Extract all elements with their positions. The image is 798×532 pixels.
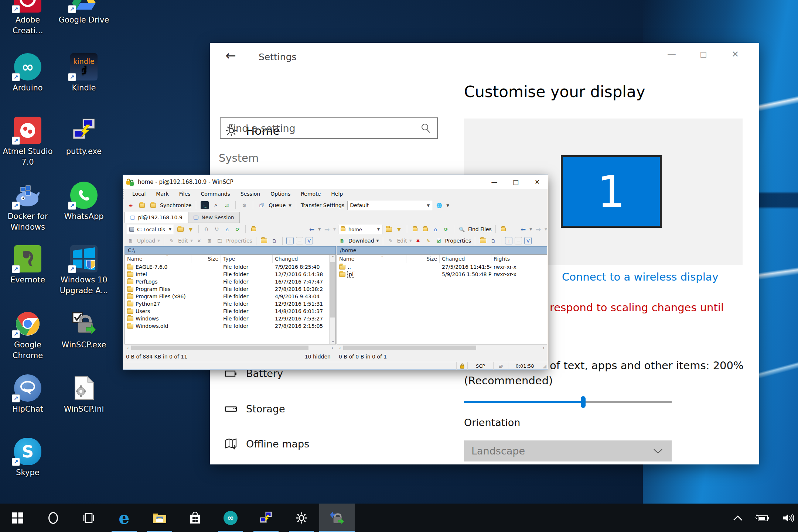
column-header-name[interactable]: Name⌄ <box>337 255 406 263</box>
back-navigation-icon[interactable]: ⬅ <box>308 225 316 233</box>
maximize-button[interactable]: □ <box>505 175 526 189</box>
new-file-icon[interactable]: 🗋 <box>489 237 497 245</box>
sidebar-item-storage[interactable]: Storage <box>225 403 285 415</box>
console-icon[interactable]: ›_ <box>201 201 209 209</box>
menu-files[interactable]: Files <box>179 191 191 197</box>
file-row[interactable]: Users File folder 14/8/2016 6:01:37 <box>125 308 335 315</box>
taskbar-edge[interactable]: e <box>106 504 142 532</box>
desktop-icon-arduino[interactable]: ∞ ↗ Arduino <box>0 53 56 93</box>
find-files-icon[interactable]: 🔍 <box>458 225 466 233</box>
desktop-icon-windows10-upgrade[interactable]: ↗ Windows 10 Upgrade A... <box>56 245 112 296</box>
tab-new-session[interactable]: 🖵 New Session <box>188 212 240 223</box>
parent-directory-icon[interactable]: ⮉ <box>202 225 211 233</box>
download-icon[interactable]: 🗎 <box>338 237 346 245</box>
slider-handle[interactable] <box>581 396 586 408</box>
scrollbar-thumb[interactable] <box>343 346 476 350</box>
file-row[interactable]: PerfLogs File folder 16/7/2016 7:47:47 <box>125 278 335 285</box>
properties-icon[interactable]: 🗹 <box>435 237 443 245</box>
edit-session-icon[interactable]: 🗲 <box>212 201 220 209</box>
scroll-left-arrow[interactable]: ‹ <box>337 346 343 350</box>
forward-navigation-icon[interactable]: ➡ <box>534 225 542 233</box>
taskbar-file-explorer[interactable] <box>142 504 177 532</box>
select-files-icon[interactable]: + <box>505 237 512 244</box>
sidebar-item-offline-maps[interactable]: Offline maps <box>225 438 309 450</box>
resize-grip[interactable]: ◢ <box>541 362 548 370</box>
scroll-left-arrow[interactable]: ‹ <box>125 346 131 350</box>
scroll-up-arrow[interactable]: ⌃ <box>330 255 336 260</box>
left-drive-combo[interactable]: C: Local Dis ▼ <box>127 225 174 234</box>
queue-label[interactable]: Queue <box>269 202 286 208</box>
invert-selection-icon[interactable]: ∀ <box>306 237 313 244</box>
transfer-options-icon[interactable]: 🌐 <box>435 201 443 209</box>
menu-remote[interactable]: Remote <box>301 191 321 197</box>
task-view-button[interactable] <box>71 504 106 532</box>
root-directory-icon[interactable] <box>421 225 429 233</box>
right-file-panel[interactable]: Name⌄ Size Changed Rights ↰.. 27/5/2016 … <box>337 254 547 344</box>
unselect-files-icon[interactable]: − <box>296 237 303 244</box>
scaling-slider[interactable] <box>464 396 672 408</box>
parent-directory-icon[interactable] <box>411 225 419 233</box>
compare-directories-icon[interactable] <box>138 201 146 209</box>
desktop-icon-putty[interactable]: putty.exe <box>56 117 112 157</box>
refresh-icon[interactable]: ⟳ <box>442 225 450 233</box>
file-row[interactable]: EAGLE-7.6.0 File folder 7/9/2016 8:25:40 <box>125 263 335 271</box>
minimize-button[interactable]: — <box>484 175 505 189</box>
tab-session-active[interactable]: 🖵 pi@192.168.10.9 <box>125 212 188 223</box>
scroll-down-arrow[interactable]: ⌄ <box>330 339 336 343</box>
desktop-icon-winscp-ini[interactable]: WinSCP.ini <box>56 374 112 415</box>
taskbar-arduino[interactable]: ∞ <box>213 504 248 532</box>
invert-selection-icon[interactable]: ∀ <box>524 237 532 244</box>
menu-mark[interactable]: Mark <box>156 191 169 197</box>
column-header-rights[interactable]: Rights <box>491 255 532 263</box>
file-row-selected[interactable]: pi 5/9/2016 1:50:48 PM rwxr-xr-x <box>337 271 547 278</box>
volume-icon[interactable] <box>782 513 795 523</box>
scrollbar-thumb[interactable] <box>131 346 308 350</box>
desktop-icon-adobe[interactable]: ↗ Adobe Creati... <box>0 0 56 36</box>
taskbar-store[interactable] <box>177 504 213 532</box>
menu-local[interactable]: Local <box>132 191 146 197</box>
refresh-icon[interactable]: ⟳ <box>233 225 242 233</box>
right-horizontal-scrollbar[interactable]: ‹ › <box>337 344 547 351</box>
queue-icon[interactable]: 🗇 <box>258 201 266 209</box>
new-folder-icon[interactable] <box>479 237 487 245</box>
file-row[interactable]: ↰.. 27/5/2016 11:41:54 AM rwxr-xr-x <box>337 263 547 271</box>
transfer-settings-label[interactable]: Transfer Settings <box>301 202 344 208</box>
left-pane-path[interactable]: C:\ <box>125 246 336 254</box>
search-icon[interactable] <box>420 123 431 134</box>
new-folder-icon[interactable] <box>260 237 268 245</box>
file-row[interactable]: Intel File folder 12/7/2016 6:14:38 <box>125 271 335 278</box>
forward-navigation-icon[interactable]: ➡ <box>323 225 331 233</box>
back-arrow-icon[interactable]: ← <box>225 48 236 63</box>
close-button[interactable]: ✕ <box>719 43 751 66</box>
desktop-icon-docker[interactable]: ↗ Docker for Windows <box>0 182 56 233</box>
search-button[interactable] <box>35 504 71 532</box>
desktop-icon-google-drive[interactable]: ↗ Google Drive <box>56 0 112 25</box>
battery-charging-icon[interactable] <box>755 514 770 522</box>
scroll-right-arrow[interactable]: › <box>329 346 336 350</box>
file-row[interactable]: Windows File folder 12/9/2016 7:53:27 <box>125 315 335 322</box>
orientation-dropdown[interactable]: Landscape <box>464 440 672 461</box>
scrollbar-thumb[interactable] <box>330 262 335 318</box>
start-button[interactable] <box>0 504 35 532</box>
column-header-changed[interactable]: Changed <box>440 255 491 263</box>
back-history-arrow[interactable]: ▼ <box>318 227 321 231</box>
left-vertical-scrollbar[interactable]: ⌃ ⌄ <box>329 255 335 344</box>
connect-wireless-display-link[interactable]: Connect to a wireless display <box>562 271 719 283</box>
new-file-icon[interactable]: 🗋 <box>270 237 279 245</box>
winscp-title-bar[interactable]: home - pi@192.168.10.9 - WinSCP — □ ✕ <box>123 175 548 189</box>
right-pane-path[interactable]: /home <box>337 246 547 254</box>
desktop-icon-skype[interactable]: S ↗ Skype <box>0 438 56 478</box>
desktop-icon-winscp-exe[interactable]: WinSCP.exe <box>56 310 112 350</box>
taskbar-putty[interactable] <box>248 504 284 532</box>
file-row[interactable]: Program Files (x86) File folder 4/9/2016… <box>125 293 335 300</box>
directory-tree-icon[interactable] <box>249 225 258 233</box>
delete-icon[interactable]: ✖ <box>414 237 422 245</box>
queue-dropdown-arrow[interactable]: ▼ <box>289 203 291 207</box>
back-navigation-icon[interactable]: ⬅ <box>519 225 527 233</box>
menu-options[interactable]: Options <box>270 191 290 197</box>
file-row[interactable]: Program Files File folder 27/8/2016 10:3… <box>125 285 335 293</box>
file-row[interactable]: Windows.old File folder 27/8/2016 2:15:0… <box>125 322 335 330</box>
column-header-size[interactable]: Size <box>191 255 221 263</box>
left-file-panel[interactable]: Name⌃ Size Type Changed EAGLE-7.6.0 File… <box>125 254 336 344</box>
desktop-icon-whatsapp[interactable]: ↗ WhatsApp <box>56 182 112 222</box>
